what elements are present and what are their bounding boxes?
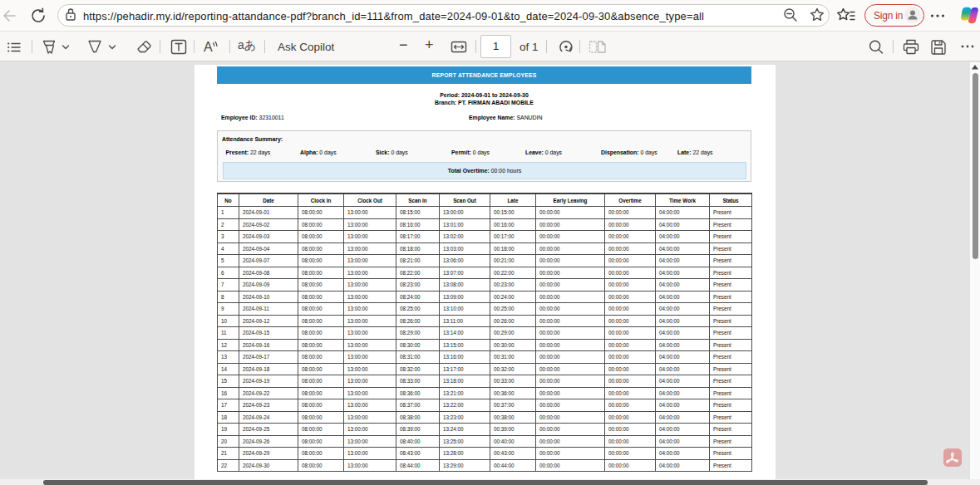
svg-text:A: A bbox=[204, 40, 213, 54]
